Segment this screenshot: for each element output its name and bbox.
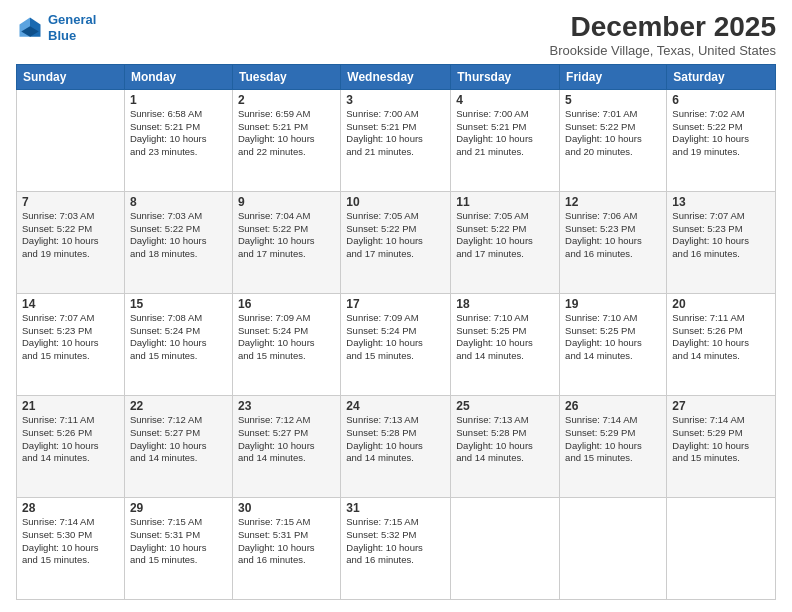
calendar-cell: 3Sunrise: 7:00 AM Sunset: 5:21 PM Daylig… xyxy=(341,89,451,191)
day-info: Sunrise: 6:59 AM Sunset: 5:21 PM Dayligh… xyxy=(238,108,335,159)
calendar-cell: 20Sunrise: 7:11 AM Sunset: 5:26 PM Dayli… xyxy=(667,293,776,395)
calendar-cell: 22Sunrise: 7:12 AM Sunset: 5:27 PM Dayli… xyxy=(124,395,232,497)
day-info: Sunrise: 7:14 AM Sunset: 5:29 PM Dayligh… xyxy=(672,414,770,465)
calendar-header-row: SundayMondayTuesdayWednesdayThursdayFrid… xyxy=(17,64,776,89)
calendar-cell: 25Sunrise: 7:13 AM Sunset: 5:28 PM Dayli… xyxy=(451,395,560,497)
day-number: 22 xyxy=(130,399,227,413)
calendar-week-row: 1Sunrise: 6:58 AM Sunset: 5:21 PM Daylig… xyxy=(17,89,776,191)
day-number: 16 xyxy=(238,297,335,311)
calendar-cell: 14Sunrise: 7:07 AM Sunset: 5:23 PM Dayli… xyxy=(17,293,125,395)
day-number: 7 xyxy=(22,195,119,209)
calendar-cell: 4Sunrise: 7:00 AM Sunset: 5:21 PM Daylig… xyxy=(451,89,560,191)
day-number: 4 xyxy=(456,93,554,107)
day-number: 12 xyxy=(565,195,661,209)
day-info: Sunrise: 7:05 AM Sunset: 5:22 PM Dayligh… xyxy=(456,210,554,261)
header: General Blue December 2025 Brookside Vil… xyxy=(16,12,776,58)
day-number: 21 xyxy=(22,399,119,413)
day-number: 27 xyxy=(672,399,770,413)
calendar-cell: 18Sunrise: 7:10 AM Sunset: 5:25 PM Dayli… xyxy=(451,293,560,395)
day-number: 24 xyxy=(346,399,445,413)
calendar-cell: 1Sunrise: 6:58 AM Sunset: 5:21 PM Daylig… xyxy=(124,89,232,191)
day-info: Sunrise: 7:00 AM Sunset: 5:21 PM Dayligh… xyxy=(346,108,445,159)
day-number: 10 xyxy=(346,195,445,209)
calendar-cell: 7Sunrise: 7:03 AM Sunset: 5:22 PM Daylig… xyxy=(17,191,125,293)
calendar-cell: 26Sunrise: 7:14 AM Sunset: 5:29 PM Dayli… xyxy=(560,395,667,497)
day-info: Sunrise: 7:10 AM Sunset: 5:25 PM Dayligh… xyxy=(456,312,554,363)
day-info: Sunrise: 7:02 AM Sunset: 5:22 PM Dayligh… xyxy=(672,108,770,159)
day-number: 28 xyxy=(22,501,119,515)
day-info: Sunrise: 7:03 AM Sunset: 5:22 PM Dayligh… xyxy=(130,210,227,261)
day-number: 25 xyxy=(456,399,554,413)
calendar-cell: 31Sunrise: 7:15 AM Sunset: 5:32 PM Dayli… xyxy=(341,497,451,599)
day-info: Sunrise: 7:15 AM Sunset: 5:32 PM Dayligh… xyxy=(346,516,445,567)
day-number: 14 xyxy=(22,297,119,311)
calendar-cell: 10Sunrise: 7:05 AM Sunset: 5:22 PM Dayli… xyxy=(341,191,451,293)
day-info: Sunrise: 7:12 AM Sunset: 5:27 PM Dayligh… xyxy=(238,414,335,465)
calendar-table: SundayMondayTuesdayWednesdayThursdayFrid… xyxy=(16,64,776,600)
day-number: 9 xyxy=(238,195,335,209)
calendar-cell xyxy=(560,497,667,599)
day-number: 13 xyxy=(672,195,770,209)
calendar-cell: 28Sunrise: 7:14 AM Sunset: 5:30 PM Dayli… xyxy=(17,497,125,599)
calendar-cell: 8Sunrise: 7:03 AM Sunset: 5:22 PM Daylig… xyxy=(124,191,232,293)
day-number: 11 xyxy=(456,195,554,209)
calendar-header-cell: Sunday xyxy=(17,64,125,89)
calendar-cell: 27Sunrise: 7:14 AM Sunset: 5:29 PM Dayli… xyxy=(667,395,776,497)
calendar-cell: 24Sunrise: 7:13 AM Sunset: 5:28 PM Dayli… xyxy=(341,395,451,497)
day-number: 8 xyxy=(130,195,227,209)
day-number: 31 xyxy=(346,501,445,515)
calendar-cell: 19Sunrise: 7:10 AM Sunset: 5:25 PM Dayli… xyxy=(560,293,667,395)
day-info: Sunrise: 7:14 AM Sunset: 5:29 PM Dayligh… xyxy=(565,414,661,465)
day-number: 2 xyxy=(238,93,335,107)
day-number: 6 xyxy=(672,93,770,107)
day-info: Sunrise: 7:09 AM Sunset: 5:24 PM Dayligh… xyxy=(346,312,445,363)
day-info: Sunrise: 7:03 AM Sunset: 5:22 PM Dayligh… xyxy=(22,210,119,261)
calendar-week-row: 7Sunrise: 7:03 AM Sunset: 5:22 PM Daylig… xyxy=(17,191,776,293)
calendar-cell: 17Sunrise: 7:09 AM Sunset: 5:24 PM Dayli… xyxy=(341,293,451,395)
day-info: Sunrise: 7:14 AM Sunset: 5:30 PM Dayligh… xyxy=(22,516,119,567)
day-info: Sunrise: 7:15 AM Sunset: 5:31 PM Dayligh… xyxy=(238,516,335,567)
calendar-cell: 16Sunrise: 7:09 AM Sunset: 5:24 PM Dayli… xyxy=(232,293,340,395)
day-info: Sunrise: 7:12 AM Sunset: 5:27 PM Dayligh… xyxy=(130,414,227,465)
day-number: 29 xyxy=(130,501,227,515)
day-info: Sunrise: 7:07 AM Sunset: 5:23 PM Dayligh… xyxy=(672,210,770,261)
day-info: Sunrise: 7:09 AM Sunset: 5:24 PM Dayligh… xyxy=(238,312,335,363)
day-info: Sunrise: 7:13 AM Sunset: 5:28 PM Dayligh… xyxy=(346,414,445,465)
day-number: 5 xyxy=(565,93,661,107)
day-number: 30 xyxy=(238,501,335,515)
day-info: Sunrise: 7:13 AM Sunset: 5:28 PM Dayligh… xyxy=(456,414,554,465)
day-info: Sunrise: 7:05 AM Sunset: 5:22 PM Dayligh… xyxy=(346,210,445,261)
day-info: Sunrise: 7:04 AM Sunset: 5:22 PM Dayligh… xyxy=(238,210,335,261)
calendar-cell: 2Sunrise: 6:59 AM Sunset: 5:21 PM Daylig… xyxy=(232,89,340,191)
calendar-cell xyxy=(451,497,560,599)
day-info: Sunrise: 7:07 AM Sunset: 5:23 PM Dayligh… xyxy=(22,312,119,363)
day-number: 1 xyxy=(130,93,227,107)
day-number: 20 xyxy=(672,297,770,311)
calendar-body: 1Sunrise: 6:58 AM Sunset: 5:21 PM Daylig… xyxy=(17,89,776,599)
calendar-header-cell: Monday xyxy=(124,64,232,89)
calendar-header-cell: Tuesday xyxy=(232,64,340,89)
logo-icon xyxy=(16,14,44,42)
calendar-cell: 11Sunrise: 7:05 AM Sunset: 5:22 PM Dayli… xyxy=(451,191,560,293)
calendar-cell: 13Sunrise: 7:07 AM Sunset: 5:23 PM Dayli… xyxy=(667,191,776,293)
day-info: Sunrise: 7:15 AM Sunset: 5:31 PM Dayligh… xyxy=(130,516,227,567)
calendar-cell: 15Sunrise: 7:08 AM Sunset: 5:24 PM Dayli… xyxy=(124,293,232,395)
page: General Blue December 2025 Brookside Vil… xyxy=(0,0,792,612)
calendar-header-cell: Thursday xyxy=(451,64,560,89)
day-info: Sunrise: 7:06 AM Sunset: 5:23 PM Dayligh… xyxy=(565,210,661,261)
day-number: 15 xyxy=(130,297,227,311)
day-number: 18 xyxy=(456,297,554,311)
calendar-cell: 23Sunrise: 7:12 AM Sunset: 5:27 PM Dayli… xyxy=(232,395,340,497)
calendar-cell: 30Sunrise: 7:15 AM Sunset: 5:31 PM Dayli… xyxy=(232,497,340,599)
calendar-cell: 9Sunrise: 7:04 AM Sunset: 5:22 PM Daylig… xyxy=(232,191,340,293)
logo-text: General Blue xyxy=(48,12,96,43)
day-info: Sunrise: 7:01 AM Sunset: 5:22 PM Dayligh… xyxy=(565,108,661,159)
calendar-week-row: 14Sunrise: 7:07 AM Sunset: 5:23 PM Dayli… xyxy=(17,293,776,395)
calendar-cell xyxy=(667,497,776,599)
day-info: Sunrise: 7:10 AM Sunset: 5:25 PM Dayligh… xyxy=(565,312,661,363)
day-number: 17 xyxy=(346,297,445,311)
day-number: 26 xyxy=(565,399,661,413)
calendar-cell: 29Sunrise: 7:15 AM Sunset: 5:31 PM Dayli… xyxy=(124,497,232,599)
calendar-week-row: 28Sunrise: 7:14 AM Sunset: 5:30 PM Dayli… xyxy=(17,497,776,599)
day-info: Sunrise: 7:00 AM Sunset: 5:21 PM Dayligh… xyxy=(456,108,554,159)
